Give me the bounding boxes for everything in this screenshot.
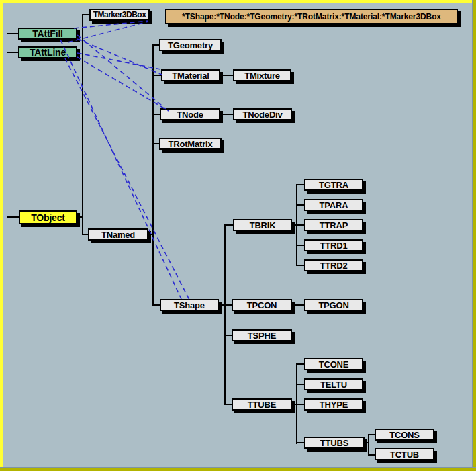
trunk-tshape: [224, 224, 226, 405]
canvas-border-bottom: [0, 467, 476, 471]
node-tgeometry[interactable]: TGeometry: [159, 39, 222, 51]
connector-line: [296, 384, 304, 385]
node-tmixture[interactable]: TMixture: [233, 69, 291, 81]
node-tobject[interactable]: TObject: [19, 210, 77, 224]
connector-line: [152, 114, 160, 115]
connector-line: [220, 75, 233, 76]
node-tgtra[interactable]: TGTRA: [304, 179, 363, 191]
node-ttubs[interactable]: TTUBS: [304, 437, 365, 449]
connector-line: [296, 442, 304, 443]
trunk-tnamed: [152, 44, 154, 306]
node-tpara[interactable]: TPARA: [304, 199, 363, 211]
connector-line: [7, 33, 18, 34]
node-ttrd2[interactable]: TTRD2: [304, 259, 363, 271]
connector-line: [296, 245, 304, 246]
class-tree-canvas: TMarker3DBox *TShape:*TNode:*TGeometry:*…: [0, 0, 476, 471]
connector-line: [296, 224, 304, 226]
node-tnamed[interactable]: TNamed: [88, 228, 148, 241]
node-tnodediv[interactable]: TNodeDiv: [233, 108, 292, 120]
dashed-line-tattfill-tmarker3dbox: [74, 21, 148, 28]
node-ttube[interactable]: TTUBE: [232, 398, 292, 411]
node-tbrik[interactable]: TBRIK: [233, 219, 292, 231]
dashed-line-tattfill-tmaterial: [77, 39, 162, 75]
connector-line: [292, 304, 304, 306]
dashed-line-tattline-tmarker3dbox: [68, 22, 148, 42]
node-ttrd1[interactable]: TTRD1: [304, 239, 363, 251]
dashed-line-tattline-tshape: [65, 58, 189, 300]
multiple-inheritance-header: *TShape:*TNode:*TGeometry:*TRotMatrix:*T…: [165, 9, 458, 24]
connector-line: [296, 404, 304, 405]
connector-line: [152, 44, 159, 46]
connector-line: [7, 52, 18, 53]
connector-line: [152, 143, 159, 144]
connector-line: [296, 363, 304, 365]
connector-line: [82, 14, 89, 15]
dashed-line-tattline-tnode: [77, 57, 169, 111]
node-tnode[interactable]: TNode: [160, 108, 220, 120]
connector-line: [152, 75, 161, 76]
connector-line: [224, 404, 232, 405]
node-tmaterial[interactable]: TMaterial: [161, 69, 220, 81]
connector-line: [224, 335, 232, 336]
trunk-ttubs: [368, 434, 369, 456]
node-tctub[interactable]: TCTUB: [375, 448, 434, 460]
node-thype[interactable]: THYPE: [304, 398, 363, 411]
connector-line: [296, 204, 304, 206]
node-tshape[interactable]: TShape: [160, 299, 219, 311]
canvas-border-top: [0, 0, 476, 3]
node-tcons[interactable]: TCONS: [375, 429, 434, 441]
trunk-tobject: [82, 14, 83, 218]
node-tattline[interactable]: TAttLine: [18, 46, 77, 58]
connector-line: [152, 304, 160, 306]
canvas-border-right: [472, 0, 476, 471]
node-tsphe[interactable]: TSPHE: [232, 329, 292, 341]
connector-line: [296, 184, 304, 185]
connector-line: [368, 434, 375, 435]
node-tpcon[interactable]: TPCON: [232, 299, 292, 311]
connector-line: [368, 454, 375, 456]
connector-line: [7, 216, 19, 218]
node-tattfill[interactable]: TAttFill: [18, 28, 77, 40]
node-trotmatrix[interactable]: TRotMatrix: [159, 138, 222, 150]
canvas-border-left: [0, 0, 3, 471]
connector-line: [220, 114, 233, 115]
connector-line: [224, 224, 233, 226]
node-tmarker3dbox[interactable]: TMarker3DBox: [89, 9, 150, 21]
node-ttrap[interactable]: TTRAP: [304, 219, 363, 231]
connector-line: [224, 304, 232, 306]
node-tpgon[interactable]: TPGON: [304, 299, 363, 311]
node-teltu[interactable]: TELTU: [304, 378, 363, 390]
connector-line: [296, 265, 304, 266]
dashed-line-tattline-tmaterial: [77, 53, 160, 69]
trunk-tobject-lower: [82, 216, 83, 235]
node-tcone[interactable]: TCONE: [304, 358, 363, 370]
